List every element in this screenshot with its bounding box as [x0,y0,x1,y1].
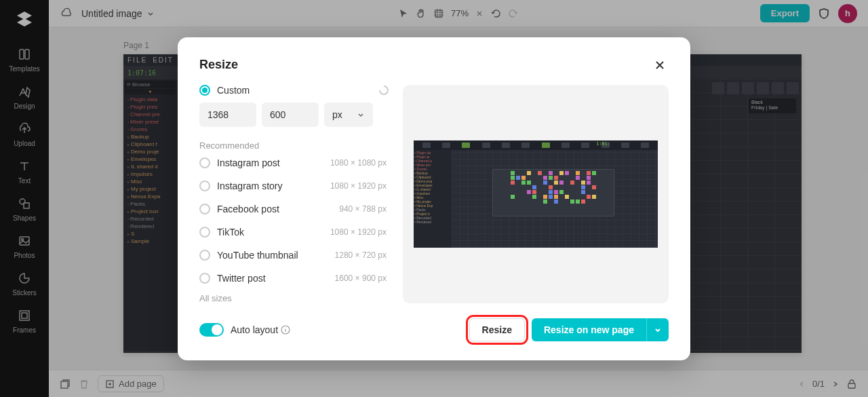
size-option-dims: 1600 × 900 px [335,273,387,283]
chevron-down-icon [357,111,365,119]
info-icon[interactable] [281,325,290,335]
size-option-name: Instagram post [217,157,280,168]
resize-dropdown-button[interactable] [646,318,669,341]
size-option[interactable]: Facebook post940 × 788 px [199,204,387,214]
size-option[interactable]: TikTok1080 × 1920 px [199,227,387,238]
auto-layout-toggle[interactable] [199,323,224,337]
close-icon [654,59,666,71]
chevron-down-icon [654,326,662,334]
preview-pattern-window [492,169,614,216]
modal-title: Resize [199,58,238,72]
loading-spinner-icon [378,85,389,96]
radio-icon [199,273,210,284]
custom-label: Custom [217,85,250,96]
size-option[interactable]: YouTube thumbnail1280 × 720 px [199,250,387,261]
radio-icon [199,250,210,261]
unit-label: px [332,109,342,120]
radio-icon [199,157,210,168]
size-option-dims: 1280 × 720 px [335,250,387,260]
size-option-dims: 940 × 788 px [339,204,387,214]
preview-image: 1:01: • Plugin da• Plugin pr• Channel p•… [414,140,658,248]
resize-new-page-button[interactable]: Resize on new page [532,318,646,341]
radio-icon [199,204,210,214]
resize-preview: 1:01: • Plugin da• Plugin pr• Channel p•… [403,85,669,303]
height-input[interactable] [262,102,319,127]
size-option-dims: 1080 × 1920 px [330,227,387,237]
size-option-name: TikTok [217,227,244,238]
auto-layout-label: Auto layout [231,324,278,335]
modal-left-column: Custom px Recommended Instagram post1080… [199,85,389,303]
size-option-dims: 1080 × 1080 px [330,158,387,168]
close-button[interactable] [651,56,669,74]
size-option-dims: 1080 × 1920 px [330,181,387,191]
size-option-name: YouTube thumbnail [217,250,298,261]
size-option-name: Instagram story [217,181,282,191]
size-option-name: Twitter post [217,273,266,284]
radio-icon [199,181,210,191]
preview-browser: • Plugin da• Plugin pr• Channel p• Mixer… [414,150,452,248]
custom-size-option[interactable]: Custom [199,85,250,96]
modal-overlay[interactable]: Resize Custom px [0,0,868,397]
all-sizes-label[interactable]: All sizes [199,293,389,303]
size-option-name: Facebook post [217,204,279,214]
unit-select[interactable]: px [324,102,373,127]
radio-selected-icon [199,85,210,96]
width-input[interactable] [199,102,256,127]
radio-icon [199,227,210,238]
size-option[interactable]: Twitter post1600 × 900 px [199,273,387,284]
size-option[interactable]: Instagram story1080 × 1920 px [199,181,387,191]
size-option[interactable]: Instagram post1080 × 1080 px [199,157,387,168]
auto-layout-toggle-group: Auto layout [199,323,290,337]
resize-modal: Resize Custom px [178,37,690,360]
size-options-list: Instagram post1080 × 1080 pxInstagram st… [199,157,389,284]
preview-timecode: 1:01: [596,141,610,147]
resize-button[interactable]: Resize [469,318,525,341]
recommended-header: Recommended [199,140,389,151]
